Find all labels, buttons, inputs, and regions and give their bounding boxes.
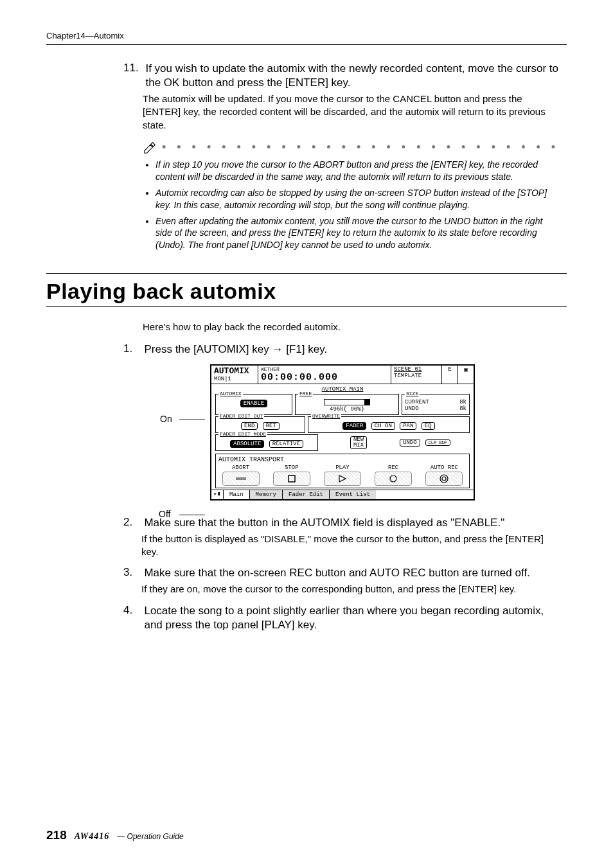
step-body-11: The automix will be updated. If you move… bbox=[143, 93, 560, 132]
lcd-undo-val: 8k bbox=[459, 405, 466, 412]
lcd-title-top: AUTOMIX bbox=[214, 366, 255, 376]
lcd-scene-sub: TEMPLATE bbox=[394, 373, 439, 379]
lcd-titlebar: AUTOMIX MON|1 WETHER 00:00:00.000 SCENE … bbox=[211, 366, 474, 384]
step-title-3: Make sure that the on-screen REC button … bbox=[144, 566, 562, 580]
step-3: 3. Make sure that the on-screen REC butt… bbox=[123, 566, 567, 596]
lcd-transport-group: AUTOMIX TRANSPORT ABORT STOP PLAY REC AU… bbox=[215, 454, 470, 488]
lcd-fader-button[interactable]: FADER bbox=[342, 422, 366, 430]
lcd-chon-button[interactable]: CH ON bbox=[371, 422, 395, 430]
guide-label: — Operation Guide bbox=[117, 832, 183, 841]
tab-fader-edit[interactable]: Fader Edit bbox=[283, 490, 330, 499]
lcd-timecode: 00:00:00.000 bbox=[261, 372, 388, 383]
step-2: 2. Make sure that the button in the AUTO… bbox=[123, 516, 567, 559]
svg-point-3 bbox=[390, 475, 396, 482]
lcd-rec-label: REC bbox=[375, 465, 412, 471]
lcd-screenshot: On Off AUTOMIX MON|1 WETHER 00:00:00.000… bbox=[191, 364, 525, 500]
stop-icon bbox=[288, 475, 296, 483]
step-body-2: If the button is displayed as "DISABLE,"… bbox=[141, 533, 559, 559]
note-item: Automix recording can also be stopped by… bbox=[155, 187, 560, 211]
lcd-free-group: FREE 496k( 96%) bbox=[295, 394, 399, 414]
lcd-fademode-grp-label: FADER EDIT MODE bbox=[218, 431, 267, 437]
step-title-11: If you wish to update the automix with t… bbox=[145, 62, 563, 90]
step-number-1: 1. bbox=[123, 342, 141, 355]
step-number-11: 11. bbox=[123, 62, 143, 75]
step-11: 11. If you wish to update the automix wi… bbox=[123, 62, 567, 132]
page-number: 218 bbox=[46, 828, 67, 842]
callout-line-off bbox=[179, 515, 205, 515]
svg-point-5 bbox=[442, 477, 446, 481]
lcd-rec-button[interactable] bbox=[375, 472, 412, 486]
lcd-abort-button[interactable] bbox=[222, 472, 260, 486]
step-number-2: 2. bbox=[123, 516, 141, 529]
arrow-icon: → bbox=[272, 343, 283, 355]
lcd-current-lbl: CURRENT bbox=[405, 399, 429, 405]
lcd-eq-button[interactable]: EQ bbox=[422, 422, 435, 430]
section-title: Playing back automix bbox=[46, 278, 567, 305]
chapter-header: Chapter14—Automix bbox=[46, 31, 567, 45]
lcd-pan-button[interactable]: PAN bbox=[400, 422, 416, 430]
lcd-stop-button[interactable] bbox=[273, 472, 310, 486]
step-title-4: Locate the song to a point slightly earl… bbox=[144, 604, 562, 632]
step1-pre: Press the [AUTOMIX] key bbox=[144, 343, 272, 355]
lcd-newmix-button[interactable]: NEW MIX bbox=[350, 436, 367, 449]
svg-rect-0 bbox=[236, 477, 246, 480]
lcd-play-button[interactable] bbox=[324, 472, 361, 486]
step-title-1: Press the [AUTOMIX] key → [F1] key. bbox=[144, 342, 562, 357]
callout-on: On bbox=[160, 414, 172, 424]
lcd-undo-button[interactable]: UNDO bbox=[400, 439, 420, 447]
lcd-ret-button[interactable]: RET bbox=[263, 422, 280, 430]
step-number-4: 4. bbox=[123, 604, 141, 617]
lcd-enable-button[interactable]: ENABLE bbox=[240, 400, 267, 407]
lcd-fadeout-grp-label: FADER EDIT OUT bbox=[218, 413, 264, 419]
rec-icon bbox=[389, 475, 397, 483]
step-number-3: 3. bbox=[123, 566, 141, 579]
step-4: 4. Locate the song to a point slightly e… bbox=[123, 604, 567, 632]
lcd-autorec-button[interactable] bbox=[425, 472, 463, 486]
lcd-autorec-label: AUTO REC bbox=[425, 465, 463, 471]
callout-off: Off bbox=[159, 509, 170, 519]
page-footer: 218 AW4416 — Operation Guide bbox=[46, 828, 184, 842]
autorec-icon bbox=[440, 474, 449, 483]
lcd-flag: E bbox=[442, 366, 458, 384]
lcd-automix-grp-label: AUTOMIX bbox=[218, 391, 243, 396]
lcd-free-grp-label: FREE bbox=[298, 391, 313, 396]
step-body-3: If they are on, move the cursor to the c… bbox=[141, 583, 559, 596]
note-item: If in step 10 you move the cursor to the… bbox=[155, 159, 560, 183]
svg-point-4 bbox=[440, 475, 448, 483]
tab-main[interactable]: Main bbox=[224, 490, 250, 499]
lcd-undo-lbl: UNDO bbox=[405, 405, 419, 412]
speaker-icon: ▣ bbox=[458, 366, 474, 384]
callout-line-on bbox=[179, 420, 205, 420]
lcd-main-section-label: AUTOMIX MAIN bbox=[211, 386, 474, 393]
note-item: Even after updating the automix content,… bbox=[155, 215, 560, 252]
lcd-clrbuf-button[interactable]: CLR BUF bbox=[425, 439, 450, 446]
lcd-relative-button[interactable]: RELATIVE bbox=[269, 440, 303, 448]
lcd-size-grp-label: SIZE bbox=[405, 391, 420, 396]
model-name: AW4416 bbox=[75, 831, 110, 842]
lcd-scene: SCENE 01 bbox=[394, 366, 439, 373]
svg-marker-2 bbox=[339, 475, 346, 482]
intro-text: Here's how to play back the recorded aut… bbox=[143, 321, 567, 332]
tab-event-list[interactable]: Event List bbox=[330, 490, 376, 499]
lcd-end-button[interactable]: END bbox=[241, 422, 258, 430]
step1-post: [F1] key. bbox=[283, 343, 327, 355]
lcd-overwrite-grp-label: OVERWRITE bbox=[311, 413, 341, 419]
step-1: 1. Press the [AUTOMIX] key → [F1] key. bbox=[123, 342, 567, 357]
lcd-free-bar bbox=[324, 399, 370, 405]
svg-rect-1 bbox=[289, 475, 295, 482]
lcd-play-label: PLAY bbox=[324, 465, 361, 471]
lcd-free-val: 496k( 96%) bbox=[298, 406, 396, 412]
dotted-rule: • • • • • • • • • • • • • • • • • • • • … bbox=[162, 141, 560, 154]
section-heading: Playing back automix bbox=[46, 273, 567, 307]
lcd-overwrite-group: OVERWRITE FADER CH ON PAN EQ bbox=[308, 416, 470, 433]
pencil-icon bbox=[143, 141, 157, 155]
tab-memory[interactable]: Memory bbox=[250, 490, 283, 499]
lcd-abort-label: ABORT bbox=[222, 465, 260, 471]
lcd-title-bot: MON|1 bbox=[214, 376, 255, 382]
lcd-automix-group: AUTOMIX ENABLE bbox=[215, 394, 292, 414]
play-icon bbox=[339, 475, 346, 483]
note-block: • • • • • • • • • • • • • • • • • • • • … bbox=[143, 141, 560, 251]
step-title-2: Make sure that the button in the AUTOMIX… bbox=[144, 516, 562, 530]
lcd-absolute-button[interactable]: ABSOLUTE bbox=[230, 440, 264, 448]
lcd-wether: WETHER bbox=[261, 366, 388, 372]
